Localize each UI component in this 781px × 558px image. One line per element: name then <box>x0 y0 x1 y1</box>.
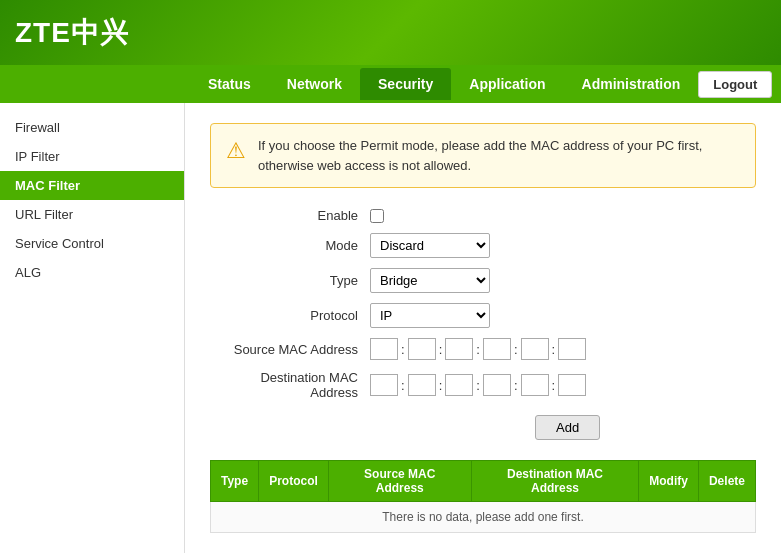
table-header-row: Type Protocol Source MAC Address Destina… <box>211 461 756 502</box>
table-empty-cell: There is no data, please add one first. <box>211 502 756 533</box>
dest-mac-2[interactable] <box>408 374 436 396</box>
source-mac-label: Source MAC Address <box>210 342 370 357</box>
logo: ZTE中兴 <box>15 14 129 52</box>
sidebar-item-service-control[interactable]: Service Control <box>0 229 184 258</box>
nav-network[interactable]: Network <box>269 68 360 100</box>
source-mac-sep-4: : <box>514 342 518 357</box>
type-control: Bridge Route <box>370 268 490 293</box>
nav-administration[interactable]: Administration <box>564 68 699 100</box>
dest-mac-4[interactable] <box>483 374 511 396</box>
col-protocol: Protocol <box>259 461 329 502</box>
source-mac-control: : : : : : <box>370 338 586 360</box>
sidebar-item-firewall[interactable]: Firewall <box>0 113 184 142</box>
source-mac-row: Source MAC Address : : : : : <box>210 338 756 360</box>
warning-text: If you choose the Permit mode, please ad… <box>258 136 740 175</box>
add-button-container: Add <box>210 410 756 440</box>
navigation: Status Network Security Application Admi… <box>0 65 781 103</box>
col-delete: Delete <box>698 461 755 502</box>
protocol-select[interactable]: IP TCP UDP <box>370 303 490 328</box>
add-button[interactable]: Add <box>535 415 600 440</box>
col-source-mac: Source MAC Address <box>328 461 471 502</box>
enable-control <box>370 209 384 223</box>
mac-filter-form: Enable Mode Discard Permit Type <box>210 208 756 400</box>
header: ZTE中兴 <box>0 0 781 65</box>
table-empty-row: There is no data, please add one first. <box>211 502 756 533</box>
main-layout: Firewall IP Filter MAC Filter URL Filter… <box>0 103 781 553</box>
dest-mac-sep-3: : <box>476 378 480 393</box>
enable-row: Enable <box>210 208 756 223</box>
deco-area <box>0 553 781 558</box>
col-type: Type <box>211 461 259 502</box>
mac-filter-table: Type Protocol Source MAC Address Destina… <box>210 460 756 533</box>
content-area: ⚠ If you choose the Permit mode, please … <box>185 103 781 553</box>
dest-mac-5[interactable] <box>521 374 549 396</box>
nav-status[interactable]: Status <box>190 68 269 100</box>
dest-mac-control: : : : : : <box>370 374 586 396</box>
col-dest-mac: Destination MAC Address <box>471 461 639 502</box>
source-mac-4[interactable] <box>483 338 511 360</box>
nav-security[interactable]: Security <box>360 68 451 100</box>
source-mac-sep-3: : <box>476 342 480 357</box>
enable-checkbox[interactable] <box>370 209 384 223</box>
source-mac-2[interactable] <box>408 338 436 360</box>
dest-mac-sep-1: : <box>401 378 405 393</box>
warning-icon: ⚠ <box>226 138 246 164</box>
sidebar: Firewall IP Filter MAC Filter URL Filter… <box>0 103 185 553</box>
warning-box: ⚠ If you choose the Permit mode, please … <box>210 123 756 188</box>
protocol-control: IP TCP UDP <box>370 303 490 328</box>
dest-mac-sep-4: : <box>514 378 518 393</box>
enable-label: Enable <box>210 208 370 223</box>
source-mac-1[interactable] <box>370 338 398 360</box>
dest-mac-6[interactable] <box>558 374 586 396</box>
sidebar-item-ip-filter[interactable]: IP Filter <box>0 142 184 171</box>
dest-mac-label: Destination MAC Address <box>210 370 370 400</box>
type-select[interactable]: Bridge Route <box>370 268 490 293</box>
type-row: Type Bridge Route <box>210 268 756 293</box>
protocol-label: Protocol <box>210 308 370 323</box>
source-mac-sep-2: : <box>439 342 443 357</box>
dest-mac-1[interactable] <box>370 374 398 396</box>
type-label: Type <box>210 273 370 288</box>
source-mac-sep-5: : <box>552 342 556 357</box>
col-modify: Modify <box>639 461 699 502</box>
mode-select[interactable]: Discard Permit <box>370 233 490 258</box>
source-mac-sep-1: : <box>401 342 405 357</box>
sidebar-item-url-filter[interactable]: URL Filter <box>0 200 184 229</box>
dest-mac-row: Destination MAC Address : : : : : <box>210 370 756 400</box>
nav-application[interactable]: Application <box>451 68 563 100</box>
sidebar-item-alg[interactable]: ALG <box>0 258 184 287</box>
source-mac-6[interactable] <box>558 338 586 360</box>
mode-control: Discard Permit <box>370 233 490 258</box>
source-mac-5[interactable] <box>521 338 549 360</box>
mode-row: Mode Discard Permit <box>210 233 756 258</box>
dest-mac-sep-5: : <box>552 378 556 393</box>
dest-mac-3[interactable] <box>445 374 473 396</box>
source-mac-3[interactable] <box>445 338 473 360</box>
sidebar-item-mac-filter[interactable]: MAC Filter <box>0 171 184 200</box>
logout-button[interactable]: Logout <box>698 71 772 98</box>
mode-label: Mode <box>210 238 370 253</box>
protocol-row: Protocol IP TCP UDP <box>210 303 756 328</box>
dest-mac-sep-2: : <box>439 378 443 393</box>
